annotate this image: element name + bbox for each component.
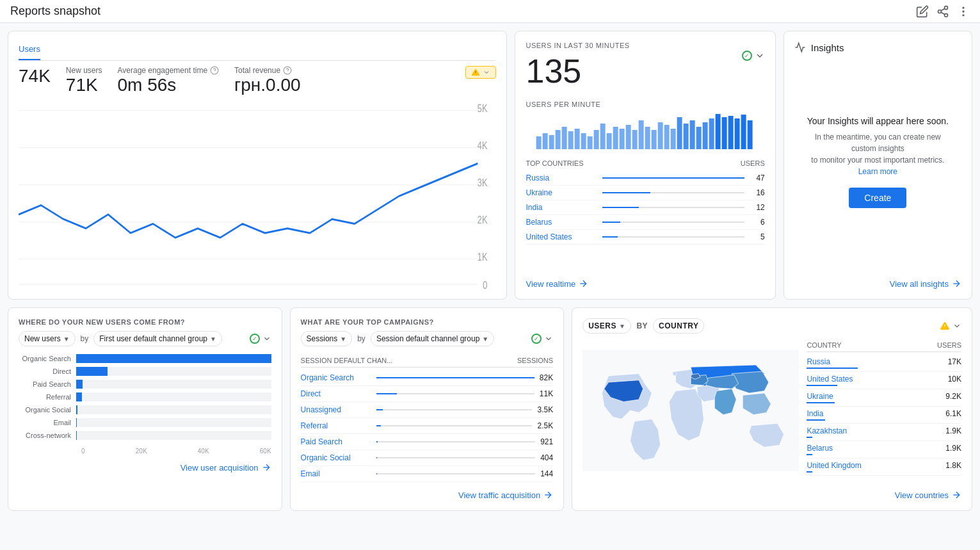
mini-bar-fill <box>376 425 381 426</box>
insights-card: Insights Your Insights will appear here … <box>783 31 972 300</box>
ct-name[interactable]: Kazakhstan <box>807 426 847 435</box>
realtime-section-label: USERS IN LAST 30 MINUTES <box>526 42 629 49</box>
country-bar-track <box>602 236 744 238</box>
country-info: Ukraine <box>807 392 834 403</box>
svg-line-4 <box>941 8 945 10</box>
country-name[interactable]: United States <box>526 232 597 241</box>
country-info: Belarus <box>807 444 833 455</box>
campaign-name[interactable]: Email <box>301 469 371 478</box>
country-filter[interactable]: Country <box>653 318 704 334</box>
bar-chart-axis: 0 20K 40K 60K <box>81 448 271 455</box>
country-count: 12 <box>750 203 765 212</box>
country-name[interactable]: India <box>526 203 597 212</box>
view-countries-link[interactable]: View countries <box>582 482 961 500</box>
world-map-container <box>582 339 799 482</box>
bar-track <box>76 405 271 414</box>
mini-bar-track <box>376 441 536 442</box>
mini-bar-track <box>376 473 536 474</box>
warning-icon <box>471 68 480 77</box>
countries-list: Russia 47 Ukraine 16 India 12 Belarus 6 … <box>526 171 764 245</box>
ct-name[interactable]: Belarus <box>807 444 833 453</box>
metric-users: 74K <box>19 66 51 86</box>
country-bar-track <box>602 177 744 179</box>
campaign-value: 3.5K <box>537 405 553 414</box>
svg-rect-54 <box>696 127 702 149</box>
help-icon-2 <box>283 66 292 75</box>
top-countries-label: TOP COUNTRIES <box>526 159 583 167</box>
view-realtime-link[interactable]: View realtime <box>526 271 764 289</box>
svg-rect-31 <box>549 135 554 149</box>
view-all-insights-link[interactable]: View all insights <box>794 271 961 289</box>
svg-rect-30 <box>543 133 548 149</box>
bar-label: Direct <box>19 368 76 375</box>
svg-rect-49 <box>664 125 670 149</box>
svg-rect-47 <box>652 130 657 149</box>
view-traffic-acquisition-link[interactable]: View traffic acquisition <box>301 482 554 500</box>
create-button[interactable]: Create <box>849 188 906 208</box>
country-name[interactable]: Belarus <box>526 218 597 227</box>
sessions-filter[interactable]: Sessions ▼ <box>301 331 353 346</box>
ct-name[interactable]: India <box>807 409 825 418</box>
campaign-name[interactable]: Unassigned <box>301 405 371 414</box>
table-row: Referral 2.5K <box>301 418 554 434</box>
country-name[interactable]: Ukraine <box>526 188 597 197</box>
view-user-acquisition-link[interactable]: View user acquisition <box>19 455 271 473</box>
ct-name[interactable]: Russia <box>807 357 858 366</box>
insights-body-text: In the meantime, you can create new cust… <box>805 131 951 177</box>
bar-label: Cross-network <box>19 432 76 439</box>
country-info: Kazakhstan <box>807 426 847 438</box>
bar-track <box>76 418 271 427</box>
arrow-right-icon <box>578 279 588 289</box>
share-icon[interactable] <box>936 5 949 18</box>
session-channel-filter[interactable]: Session default channel group ▼ <box>371 331 494 346</box>
channel-group-filter[interactable]: First user default channel group ▼ <box>93 331 222 346</box>
chevron-down-icon-3[interactable] <box>262 334 271 343</box>
country-table-row: Kazakhstan 1.9K <box>807 424 961 441</box>
bar-fill <box>76 380 83 389</box>
tab-users[interactable]: Users <box>19 42 40 60</box>
bar-chart-container: Organic Search Direct Paid Search Referr… <box>19 354 271 440</box>
country-bar <box>602 177 744 179</box>
metric-tabs: Users <box>19 42 496 61</box>
more-icon[interactable] <box>957 5 970 18</box>
countries-content: COUNTRY USERS Russia 17K United States 1… <box>582 339 961 482</box>
svg-rect-37 <box>588 136 593 149</box>
ct-name[interactable]: United Kingdom <box>807 461 861 470</box>
chevron-down-icon-4[interactable] <box>544 334 553 343</box>
campaign-name[interactable]: Direct <box>301 389 371 398</box>
ct-value: 1.9K <box>945 444 961 455</box>
country-name[interactable]: Russia <box>526 174 597 182</box>
svg-point-1 <box>938 10 942 13</box>
bar-label: Referral <box>19 393 76 401</box>
campaign-name[interactable]: Referral <box>301 421 371 430</box>
ct-name[interactable]: United States <box>807 375 853 384</box>
ct-name[interactable]: Ukraine <box>807 392 834 401</box>
engagement-value: 0m 56s <box>118 75 220 95</box>
campaign-bar-cell <box>371 393 540 394</box>
users-filter[interactable]: Users ▼ <box>582 318 631 334</box>
warning-badge[interactable] <box>465 66 496 79</box>
learn-more-link[interactable]: Learn more <box>858 167 897 176</box>
edit-icon[interactable] <box>916 5 929 18</box>
mini-bar-fill <box>376 393 397 394</box>
campaign-name[interactable]: Paid Search <box>301 437 371 446</box>
chevron-down-icon-2[interactable] <box>755 51 765 61</box>
campaigns-table: Organic Search 82K Direct 11K Unassigned… <box>301 370 554 482</box>
mini-bar-fill <box>376 409 383 410</box>
svg-rect-43 <box>626 125 631 149</box>
svg-rect-40 <box>607 133 612 149</box>
bar-fill <box>76 367 108 376</box>
arrow-right-icon-5 <box>951 490 961 500</box>
table-row: Organic Social 404 <box>301 450 554 466</box>
arrow-right-icon-4 <box>543 490 553 500</box>
new-users-filter[interactable]: New users ▼ <box>19 331 76 346</box>
chevron-down-icon-5[interactable] <box>952 321 961 330</box>
metrics-row: 74K New users 71K Average engagement tim… <box>19 66 496 95</box>
campaign-name[interactable]: Organic Search <box>301 373 371 382</box>
campaigns-card: WHAT ARE YOUR TOP CAMPAIGNS? Sessions ▼ … <box>290 307 565 511</box>
campaign-name[interactable]: Organic Social <box>301 453 371 462</box>
bar-fill <box>76 405 77 414</box>
svg-text:3K: 3K <box>478 177 488 189</box>
country-table-row: Ukraine 9.2K <box>807 389 961 407</box>
campaign-value: 921 <box>540 437 553 446</box>
